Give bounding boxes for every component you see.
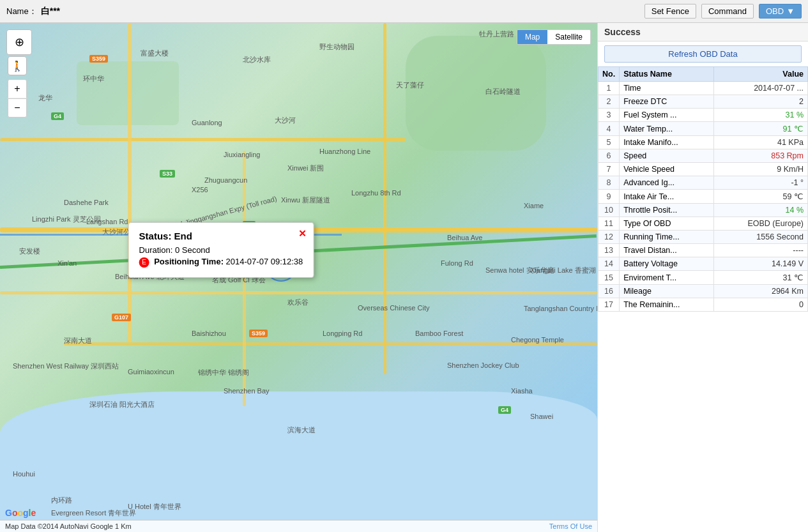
cell-status-name: Type Of OBD [620,217,714,231]
person-icon: 🚶 [11,60,24,72]
command-button[interactable]: Command [701,4,754,19]
popup-time-label: Positioning Time: [154,257,224,266]
zoom-controls: + − [8,79,27,118]
cell-status-name: Battery Voltage [620,257,714,271]
map-container[interactable]: 富盛大楼 环中华 龙华 Guanlong Jiuxiangling 北沙水库 野… [0,23,597,532]
cell-value: 2014-07-07 ... [714,82,808,95]
cell-no: 10 [598,204,620,217]
obd-table-header: No. Status Name Value [598,67,808,82]
map-data-text: Map Data ©2014 AutoNavi Google 1 Km [5,522,132,530]
cell-status-name: The Remainin... [620,298,714,312]
user-name: 白*** [41,6,60,17]
table-row: 9Intake Air Te...59 ℃ [598,190,808,204]
zoom-in-button[interactable]: + [8,79,27,98]
cell-no: 5 [598,136,620,149]
set-fence-button[interactable]: Set Fence [644,4,696,19]
table-row: 10Throttle Posit...14 % [598,204,808,217]
street-view-button[interactable]: 🚶 [8,56,27,75]
map-toggle-button[interactable]: Map [517,30,547,44]
table-row: 12Running Time...1556 Second [598,231,808,244]
cell-no: 14 [598,257,620,271]
popup-time-value: 2014-07-07 09:12:38 [226,257,303,266]
cell-value: 41 KPa [714,136,808,149]
sidebar: Success Refresh OBD Data No. Status Name… [597,23,808,532]
popup-icon: E [139,257,149,268]
cell-no: 15 [598,271,620,285]
cell-status-name: Intake Air Te... [620,190,714,204]
table-row: 3Fuel System ...31 % [598,109,808,122]
cell-value: 91 ℃ [714,122,808,136]
cell-value: 9 Km/H [714,163,808,176]
cell-status-name: Travel Distan... [620,244,714,257]
refresh-obd-button[interactable]: Refresh OBD Data [604,45,802,63]
cell-value: 31 ℃ [714,271,808,285]
obd-label: OBD [766,6,784,16]
pan-control[interactable]: ⊕ [6,29,32,55]
table-row: 14Battery Voltage14.149 V [598,257,808,271]
zoom-out-button[interactable]: − [8,98,27,118]
col-no: No. [598,67,620,82]
cell-no: 12 [598,231,620,244]
table-row: 4Water Temp...91 ℃ [598,122,808,136]
map-popup: ✕ Status: End Duration: 0 Second E Posit… [128,222,314,278]
cell-value: -1 ° [714,176,808,190]
header-left: Name： 白*** [6,6,60,17]
map-type-toggle: Map Satellite [517,29,591,45]
cell-no: 8 [598,176,620,190]
table-row: 6Speed853 Rpm [598,149,808,163]
cell-status-name: Freeze DTC [620,95,714,109]
table-row: 1Time2014-07-07 ... [598,82,808,95]
google-logo: Google [5,508,36,518]
header-right: Set Fence Command OBD ▼ [644,4,802,19]
cell-no: 1 [598,82,620,95]
cell-value: 31 % [714,109,808,122]
cell-value: 14 % [714,204,808,217]
table-row: 5Intake Manifo...41 KPa [598,136,808,149]
cell-no: 7 [598,163,620,176]
cell-status-name: Water Temp... [620,122,714,136]
cell-value: 1556 Second [714,231,808,244]
cell-no: 17 [598,298,620,312]
col-status-name: Status Name [620,67,714,82]
table-row: 2Freeze DTC2 [598,95,808,109]
sidebar-status: Success [598,23,808,42]
cell-status-name: Speed [620,149,714,163]
obd-data-container: No. Status Name Value 1Time2014-07-07 ..… [598,66,808,532]
satellite-toggle-button[interactable]: Satellite [547,30,590,44]
table-row: 15Enviroment T...31 ℃ [598,271,808,285]
name-label: Name： [6,6,37,17]
cell-status-name: Mileage [620,285,714,298]
cell-value: 2964 Km [714,285,808,298]
col-value: Value [714,67,808,82]
popup-positioning-time: E Positioning Time: 2014-07-07 09:12:38 [139,257,303,268]
cell-value: ---- [714,244,808,257]
cell-status-name: Time [620,82,714,95]
popup-duration: Duration: 0 Second [139,245,303,255]
cell-no: 16 [598,285,620,298]
obd-dropdown-arrow-icon: ▼ [786,6,795,16]
cell-status-name: Throttle Posit... [620,204,714,217]
cell-no: 2 [598,95,620,109]
table-row: 11Type Of OBDEOBD (Europe) [598,217,808,231]
obd-table-body: 1Time2014-07-07 ...2Freeze DTC23Fuel Sys… [598,82,808,312]
cell-no: 4 [598,122,620,136]
cell-value: 0 [714,298,808,312]
table-row: 8Advanced Ig...-1 ° [598,176,808,190]
table-row: 13Travel Distan...---- [598,244,808,257]
cell-status-name: Advanced Ig... [620,176,714,190]
cell-value: 14.149 V [714,257,808,271]
table-row: 16Mileage2964 Km [598,285,808,298]
cell-no: 13 [598,244,620,257]
popup-close-button[interactable]: ✕ [298,228,307,239]
header: Name： 白*** Set Fence Command OBD ▼ [0,0,808,23]
cell-value: EOBD (Europe) [714,217,808,231]
terms-of-use-link[interactable]: Terms Of Use [549,522,592,530]
cell-status-name: Intake Manifo... [620,136,714,149]
obd-table: No. Status Name Value 1Time2014-07-07 ..… [598,66,808,312]
cell-status-name: Enviroment T... [620,271,714,285]
cell-value: 59 ℃ [714,190,808,204]
cell-status-name: Fuel System ... [620,109,714,122]
cell-status-name: Running Time... [620,231,714,244]
cell-status-name: Vehicle Speed [620,163,714,176]
obd-button[interactable]: OBD ▼ [759,4,802,19]
